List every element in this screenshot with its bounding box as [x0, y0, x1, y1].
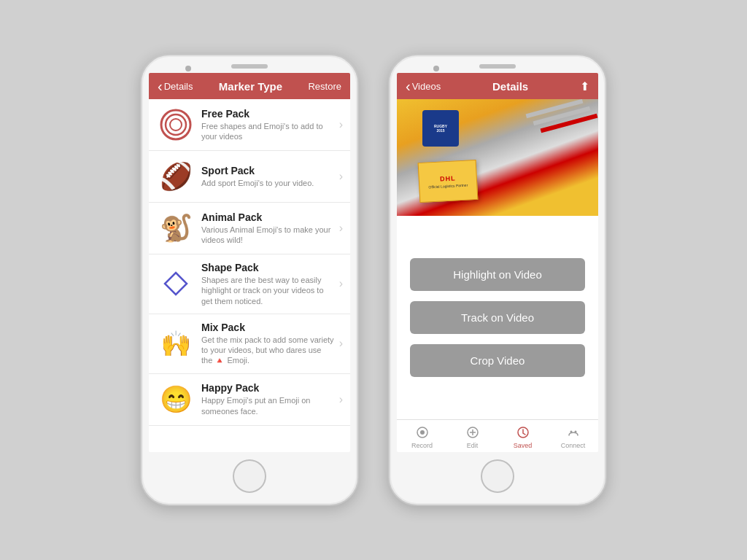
home-button-2[interactable] — [481, 459, 514, 493]
shape-pack-text: Shape Pack Shapes are the best way to ea… — [201, 262, 335, 306]
animal-pack-title: Animal Pack — [201, 211, 335, 223]
track-on-video-button[interactable]: Track on Video — [410, 301, 585, 334]
happy-pack-text: Happy Pack Happy Emoji's put an Emoji on… — [201, 382, 335, 416]
rugby-badge: RUGBY2015 — [422, 110, 459, 147]
list-item-mix-pack[interactable]: 🙌 Mix Pack Get the mix pack to add some … — [149, 314, 350, 374]
chevron-icon-0: › — [339, 118, 343, 131]
mix-pack-desc: Get the mix pack to add some variety to … — [201, 335, 335, 366]
phone-camera-2 — [433, 66, 439, 71]
share-icon[interactable]: ⬆ — [580, 79, 589, 93]
phone-1-screen: Details Marker Type Restore Free Pack Fr… — [149, 73, 350, 452]
phone-bottom-2 — [390, 452, 605, 505]
nav-title-2: Details — [492, 80, 528, 93]
tab-bar: Record Edit — [397, 419, 598, 452]
highlight-on-video-button[interactable]: Highlight on Video — [410, 258, 585, 291]
happy-pack-desc: Happy Emoji's put an Emoji on someones f… — [201, 395, 335, 416]
list-item-sport-pack[interactable]: 🏈 Sport Pack Add sport Emoji's to your v… — [149, 151, 350, 203]
nav-bar-1: Details Marker Type Restore — [149, 73, 350, 99]
phone-camera-1 — [185, 66, 191, 71]
tab-connect-label: Connect — [561, 442, 586, 449]
dhl-box: DHL Official Logistics Partner — [418, 160, 479, 203]
happy-pack-title: Happy Pack — [201, 382, 335, 394]
free-pack-icon — [158, 106, 194, 143]
happy-pack-icon: 😁 — [158, 381, 194, 418]
svg-point-5 — [420, 430, 425, 435]
phone-2-screen: Videos Details ⬆ DHL Official Logistics … — [397, 73, 598, 452]
home-button-1[interactable] — [233, 459, 266, 493]
list-item-shape-pack[interactable]: Shape Pack Shapes are the best way to ea… — [149, 254, 350, 314]
tab-record-label: Record — [411, 442, 433, 449]
connect-icon — [565, 424, 581, 440]
animal-pack-text: Animal Pack Various Animal Emoji's to ma… — [201, 211, 335, 246]
chevron-icon-1: › — [339, 170, 343, 183]
phone-top-1 — [142, 55, 357, 73]
sport-pack-icon: 🏈 — [158, 158, 194, 195]
animal-pack-icon: 🐒 — [158, 210, 194, 246]
sport-pack-desc: Add sport Emoji's to your video. — [201, 178, 335, 188]
mix-pack-title: Mix Pack — [201, 322, 335, 333]
svg-point-11 — [574, 431, 576, 433]
nav-bar-2: Videos Details ⬆ — [397, 73, 598, 99]
tab-saved-label: Saved — [514, 442, 533, 449]
sport-pack-text: Sport Pack Add sport Emoji's to your vid… — [201, 165, 335, 188]
list-item-happy-pack[interactable]: 😁 Happy Pack Happy Emoji's put an Emoji … — [149, 374, 350, 426]
phone-speaker-1 — [231, 64, 268, 69]
action-buttons-area: Highlight on Video Track on Video Crop V… — [397, 216, 598, 419]
svg-point-10 — [570, 431, 572, 433]
svg-point-2 — [170, 119, 182, 131]
tab-record[interactable]: Record — [397, 424, 447, 449]
record-icon — [414, 424, 430, 440]
free-pack-title: Free Pack — [201, 108, 335, 120]
nav-back-1[interactable]: Details — [158, 79, 193, 93]
shape-pack-desc: Shapes are the best way to easily highli… — [201, 275, 335, 306]
chevron-icon-4: › — [339, 337, 343, 350]
tab-connect[interactable]: Connect — [548, 424, 598, 449]
svg-point-1 — [166, 114, 186, 135]
crop-video-button[interactable]: Crop Video — [410, 344, 585, 377]
phone-top-2 — [390, 55, 605, 73]
nav-restore-button[interactable]: Restore — [308, 81, 341, 92]
tab-saved[interactable]: Saved — [498, 424, 548, 449]
sport-pack-title: Sport Pack — [201, 165, 335, 176]
shape-pack-title: Shape Pack — [201, 262, 335, 273]
nav-back-2[interactable]: Videos — [406, 79, 441, 93]
chevron-icon-5: › — [339, 393, 343, 406]
list-item-animal-pack[interactable]: 🐒 Animal Pack Various Animal Emoji's to … — [149, 203, 350, 254]
tab-edit-label: Edit — [467, 442, 479, 449]
saved-icon — [515, 424, 531, 440]
phone-bottom-1 — [142, 452, 357, 505]
svg-marker-3 — [165, 273, 187, 295]
free-pack-text: Free Pack Free shapes and Emoji's to add… — [201, 108, 335, 142]
chevron-icon-2: › — [339, 222, 343, 235]
video-thumbnail: DHL Official Logistics Partner RUGBY2015 — [397, 99, 598, 216]
phones-container: Details Marker Type Restore Free Pack Fr… — [140, 54, 607, 506]
phone-1: Details Marker Type Restore Free Pack Fr… — [140, 54, 359, 506]
tab-edit[interactable]: Edit — [447, 424, 498, 449]
free-pack-desc: Free shapes and Emoji's to add to your v… — [201, 121, 335, 142]
edit-icon — [465, 424, 481, 440]
phone-speaker-2 — [479, 64, 516, 69]
animal-pack-desc: Various Animal Emoji's to make your vide… — [201, 225, 335, 246]
chevron-icon-3: › — [339, 277, 343, 290]
phone-2: Videos Details ⬆ DHL Official Logistics … — [388, 54, 607, 506]
list-item-free-pack[interactable]: Free Pack Free shapes and Emoji's to add… — [149, 99, 350, 151]
mix-pack-icon: 🙌 — [158, 325, 194, 362]
mix-pack-text: Mix Pack Get the mix pack to add some va… — [201, 322, 335, 366]
shape-pack-icon — [158, 265, 194, 302]
nav-title-1: Marker Type — [219, 80, 282, 93]
